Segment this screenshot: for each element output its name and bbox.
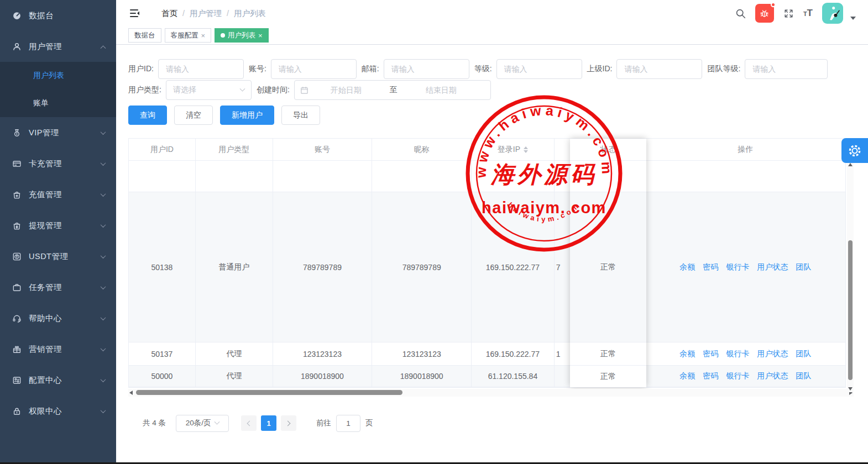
- sidebar-item-user-list[interactable]: 用户列表: [0, 62, 116, 89]
- balance-link[interactable]: 余额: [679, 371, 695, 381]
- submenu-item-label: 账单: [33, 98, 49, 108]
- close-icon[interactable]: ×: [258, 32, 263, 39]
- error-log-button[interactable]: [755, 4, 774, 23]
- password-link[interactable]: 密码: [703, 349, 718, 359]
- tab-user-list[interactable]: 用户列表 ×: [215, 28, 269, 43]
- goto-label: 前往: [316, 418, 331, 428]
- bank-card-link[interactable]: 银行卡: [726, 349, 749, 359]
- cell-status: [570, 161, 646, 192]
- breadcrumb: 首页 / 用户管理 / 用户列表: [161, 8, 266, 19]
- scroll-up-arrow-icon[interactable]: [848, 163, 853, 166]
- start-date-input[interactable]: [311, 82, 381, 98]
- password-link[interactable]: 密码: [703, 371, 718, 381]
- date-range-picker[interactable]: 至: [294, 80, 491, 100]
- clear-button[interactable]: 清空: [174, 106, 213, 125]
- sidebar-item-withdraw[interactable]: 提现管理: [0, 210, 116, 241]
- tab-label: 数据台: [134, 31, 155, 40]
- end-date-input[interactable]: [406, 82, 477, 98]
- team-level-input[interactable]: [745, 59, 828, 79]
- sidebar-collapse-icon[interactable]: [129, 8, 140, 18]
- horizontal-scrollbar-thumb[interactable]: [136, 390, 402, 395]
- sidebar-item-help-center[interactable]: 帮助中心: [0, 303, 116, 334]
- filter-label: 用户ID:: [128, 64, 158, 74]
- sidebar-item-marketing[interactable]: 营销管理: [0, 334, 116, 365]
- user-id-input[interactable]: [158, 59, 244, 79]
- sidebar-item-deposit[interactable]: 充值管理: [0, 179, 116, 210]
- cell-account: 1890018900: [273, 366, 373, 387]
- user-type-select[interactable]: 请选择: [166, 80, 252, 100]
- breadcrumb-user-management[interactable]: 用户管理: [190, 8, 222, 19]
- breadcrumb-home[interactable]: 首页: [161, 8, 177, 19]
- toolbar: 查询 清空 新增用户 导出: [128, 106, 320, 125]
- sidebar-item-tasks[interactable]: 任务管理: [0, 272, 116, 303]
- font-size-icon[interactable]: TT: [803, 8, 813, 19]
- user-menu-caret-icon[interactable]: [850, 17, 856, 20]
- add-user-button[interactable]: 新增用户: [220, 106, 274, 125]
- vertical-scrollbar-thumb[interactable]: [848, 240, 853, 380]
- tab-dashboard[interactable]: 数据台: [128, 28, 161, 43]
- scroll-left-arrow-icon[interactable]: [129, 391, 133, 395]
- vertical-scrollbar[interactable]: [847, 161, 854, 392]
- settings-panel-button[interactable]: [841, 138, 868, 163]
- user-status-link[interactable]: 用户状态: [757, 349, 788, 359]
- sidebar-item-card-recharge[interactable]: 卡充管理: [0, 148, 116, 179]
- sidebar-item-label: 配置中心: [29, 375, 101, 386]
- sidebar-item-label: 数据台: [29, 10, 105, 21]
- level-input[interactable]: [496, 59, 582, 79]
- sidebar-item-bills[interactable]: 账单: [0, 89, 116, 117]
- pagination-total: 共 4 条: [143, 418, 166, 428]
- sidebar-item-permissions[interactable]: 权限中心: [0, 396, 116, 426]
- lock-icon: [12, 407, 22, 416]
- sidebar-item-user-management[interactable]: 用户管理: [0, 31, 116, 62]
- account-input[interactable]: [271, 59, 357, 79]
- medal-icon: [12, 128, 22, 138]
- email-input[interactable]: [384, 59, 469, 79]
- fullscreen-icon[interactable]: [783, 8, 794, 19]
- goto-page-group: 前往 页: [316, 415, 373, 432]
- team-link[interactable]: 团队: [796, 349, 811, 359]
- cell-status: 正常: [570, 192, 646, 342]
- filter-row-2: 用户类型: 请选择 创建时间: 至: [128, 80, 496, 100]
- cell-user-id: 50138: [129, 192, 196, 342]
- page-number-button[interactable]: 1: [261, 415, 276, 431]
- password-link[interactable]: 密码: [703, 262, 718, 272]
- avatar[interactable]: [822, 3, 843, 24]
- sidebar-item-label: USDT管理: [29, 251, 101, 262]
- prev-page-button[interactable]: [241, 415, 257, 431]
- chevron-down-icon: [101, 284, 106, 289]
- sort-caret-icon[interactable]: [524, 146, 528, 153]
- tab-service-config[interactable]: 客服配置 ×: [165, 28, 212, 43]
- sidebar-item-dashboard[interactable]: 数据台: [0, 0, 116, 31]
- column-header-login-ip[interactable]: 登录IP: [472, 139, 555, 160]
- user-status-link[interactable]: 用户状态: [757, 262, 788, 272]
- filter-row-1: 用户ID: 账号: 邮箱: 等级: 上级ID: 团队等级:: [128, 59, 833, 79]
- status-column-panel: 状态 正常 正常 正常: [570, 139, 646, 387]
- goto-page-input[interactable]: [336, 415, 360, 432]
- search-button[interactable]: 查询: [128, 106, 167, 125]
- deposit-bag-icon: [12, 190, 22, 199]
- page-size-select[interactable]: 20条/页: [176, 415, 229, 432]
- sidebar-item-config-center[interactable]: 配置中心: [0, 365, 116, 396]
- dashboard-icon: [12, 11, 22, 20]
- balance-link[interactable]: 余额: [679, 349, 695, 359]
- parent-id-input[interactable]: [616, 59, 702, 79]
- next-page-button[interactable]: [281, 415, 296, 431]
- bank-card-link[interactable]: 银行卡: [726, 262, 749, 272]
- team-link[interactable]: 团队: [796, 262, 811, 272]
- search-icon[interactable]: [735, 8, 746, 19]
- scroll-down-arrow-icon[interactable]: [848, 387, 853, 391]
- table-row: [129, 161, 845, 192]
- balance-link[interactable]: 余额: [679, 262, 695, 272]
- close-icon[interactable]: ×: [201, 32, 206, 39]
- bank-card-link[interactable]: 银行卡: [726, 371, 749, 381]
- sidebar-item-usdt[interactable]: USDT管理: [0, 241, 116, 272]
- user-status-link[interactable]: 用户状态: [757, 371, 788, 381]
- export-button[interactable]: 导出: [281, 106, 320, 125]
- horizontal-scrollbar[interactable]: [128, 389, 854, 397]
- chevron-down-icon: [239, 86, 245, 91]
- chevron-down-icon: [101, 346, 106, 351]
- cell-nickname: 789789789: [372, 192, 472, 342]
- sidebar-item-vip[interactable]: VIP管理: [0, 117, 116, 148]
- team-link[interactable]: 团队: [796, 371, 811, 381]
- table-header-row: 用户ID 用户类型 账号 昵称 登录IP 操作: [129, 139, 845, 161]
